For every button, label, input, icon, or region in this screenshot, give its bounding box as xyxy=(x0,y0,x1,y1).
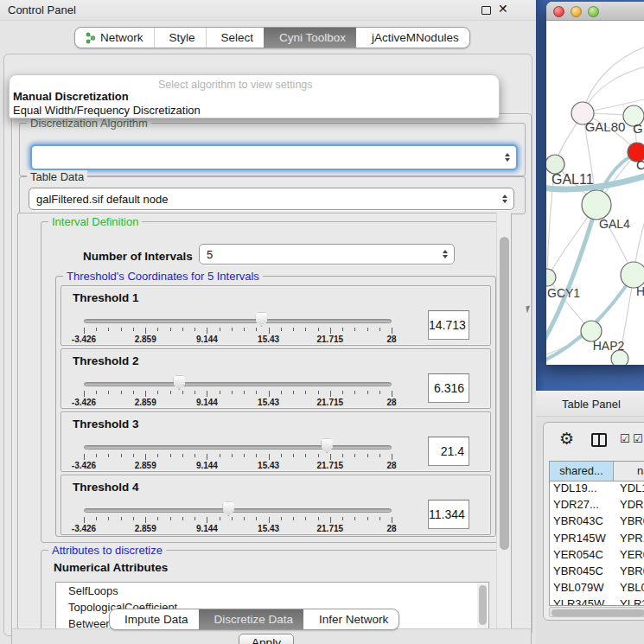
threshold-slider[interactable]: -3.4262.8599.14415.4321.71528 xyxy=(61,412,490,471)
node-table[interactable]: shared... name YDL19... YDL19... YDR27..… xyxy=(549,461,644,606)
tab-impute-data[interactable]: Impute Data xyxy=(110,609,199,629)
slider-track[interactable] xyxy=(84,445,392,450)
tab-infer-network[interactable]: Infer Network xyxy=(303,609,399,629)
checkbox-icon[interactable]: ☑ xyxy=(620,432,630,445)
table-row[interactable]: YBR043C YBR043C xyxy=(550,514,644,531)
gear-icon[interactable]: ⚙ xyxy=(559,429,574,449)
list-scrollbar[interactable] xyxy=(477,583,488,629)
network-node[interactable] xyxy=(546,155,564,174)
tick-mark xyxy=(293,517,294,520)
tick-mark xyxy=(269,328,270,334)
scrollbar-thumb[interactable] xyxy=(500,237,509,550)
slider-track[interactable] xyxy=(84,319,392,323)
tick-mark xyxy=(330,517,331,523)
window-close-button[interactable] xyxy=(553,6,564,17)
settings-scroll-area: Interval Definition Number of Intervals … xyxy=(17,213,512,629)
slider-thumb[interactable] xyxy=(173,375,186,390)
table-row[interactable]: YBR045C YBR045C xyxy=(550,564,644,581)
vertical-scrollbar[interactable] xyxy=(496,213,511,629)
thresholds-group: Threshold's Coordinates for 5 Intervals … xyxy=(55,276,496,537)
tab-cyni-toolbox[interactable]: Cyni Toolbox xyxy=(264,28,356,48)
tab-network[interactable]: Network xyxy=(75,28,154,48)
tick-mark xyxy=(220,391,220,394)
tab-style[interactable]: Style xyxy=(154,28,206,48)
network-canvas[interactable]: GAL80GCGAL11GAL4GCY1HHAP2 xyxy=(546,21,644,365)
table-data-group-title: Table Data xyxy=(27,170,87,183)
dropdown-item[interactable]: Equal Width/Frequency Discretization xyxy=(10,104,499,118)
network-node[interactable] xyxy=(582,190,611,220)
table-data-combobox[interactable]: galFiltered.sif default node xyxy=(29,188,514,210)
threshold-slider[interactable]: -3.4262.8599.14415.4321.71528 xyxy=(61,349,490,408)
table-row[interactable]: YBL079W YBL079W xyxy=(550,581,644,597)
table-row[interactable]: YDR27... YDR27... xyxy=(550,498,644,514)
tick-mark xyxy=(367,328,368,331)
threshold-slider[interactable]: -3.4262.8599.14415.4321.71528 xyxy=(61,286,490,345)
table-row[interactable]: YPR145W YPR145W xyxy=(550,532,644,548)
threshold-value-field[interactable]: 21.4 xyxy=(428,437,469,466)
tick-mark xyxy=(379,328,380,331)
tab-discretize-data[interactable]: Discretize Data xyxy=(199,609,304,629)
slider-thumb[interactable] xyxy=(222,501,235,516)
slider-thumb[interactable] xyxy=(255,312,268,327)
window-zoom-button[interactable] xyxy=(588,6,599,17)
table-row[interactable]: YER054C YER054C xyxy=(550,548,644,564)
tab-select[interactable]: Select xyxy=(206,28,265,48)
dropdown-item[interactable]: Manual Discretization xyxy=(10,90,499,104)
tick-mark xyxy=(256,328,257,331)
tick-mark xyxy=(182,391,183,394)
tick-mark xyxy=(182,454,183,457)
tick-mark xyxy=(157,328,158,331)
tick-mark xyxy=(392,454,392,460)
tick-label: 28 xyxy=(386,524,396,533)
slider-track[interactable] xyxy=(84,508,392,513)
tick-mark xyxy=(145,328,146,334)
network-node[interactable] xyxy=(546,269,556,286)
tick-mark xyxy=(305,328,306,331)
tick-mark xyxy=(133,517,134,520)
close-icon[interactable]: ✕ xyxy=(498,2,508,16)
tick-mark xyxy=(367,517,368,520)
slider-track[interactable] xyxy=(84,382,392,386)
tick-mark xyxy=(207,391,207,397)
table-row[interactable]: YLR345W YLR345W xyxy=(550,597,644,606)
checkbox-icon[interactable]: ☑ xyxy=(633,432,643,445)
right-pane: GAL80GCGAL11GAL4GCY1HHAP2 Table Panel ⚙ … xyxy=(536,0,644,644)
cell-shared-name: YBL079W xyxy=(550,581,614,597)
slider-thumb[interactable] xyxy=(321,438,334,453)
column-header-shared-name[interactable]: shared... xyxy=(550,462,614,481)
interval-definition-group: Interval Definition Number of Intervals … xyxy=(41,221,502,543)
node-label: G xyxy=(633,121,643,136)
tick-label: 15.43 xyxy=(258,461,279,470)
horizontal-scrollbar[interactable] xyxy=(549,607,644,617)
tick-mark xyxy=(392,391,392,397)
threshold-value-field[interactable]: 6.316 xyxy=(428,373,469,403)
float-window-icon[interactable] xyxy=(481,6,491,15)
column-header-name[interactable]: name xyxy=(614,462,644,481)
cell-shared-name: YER054C xyxy=(550,548,614,564)
tick-mark xyxy=(367,454,368,457)
top-tab-bar: Network Style Select Cyni Toolbox jActiv… xyxy=(74,27,470,48)
table-row[interactable]: YDL19... YDL19... xyxy=(550,481,644,498)
tick-mark xyxy=(157,391,158,394)
algorithm-combobox[interactable] xyxy=(30,144,518,170)
tick-mark xyxy=(232,391,233,394)
tick-mark xyxy=(121,391,122,394)
tick-mark xyxy=(342,517,343,520)
thresholds-list: Threshold 1 -3.4262.8599.14415.4321.7152… xyxy=(61,285,491,538)
tick-mark xyxy=(133,328,134,331)
tick-mark xyxy=(232,328,233,331)
interval-group-title: Interval Definition xyxy=(48,215,142,228)
scrollbar-thumb[interactable] xyxy=(552,609,644,616)
threshold-slider[interactable]: -3.4262.8599.14415.4321.71528 xyxy=(61,475,490,534)
apply-button[interactable]: Apply xyxy=(239,634,294,644)
tab-jactivemnodules[interactable]: jActiveMNodules xyxy=(356,28,469,48)
tick-label: 9.144 xyxy=(196,461,218,470)
threshold-value-field[interactable]: 11.344 xyxy=(428,500,469,529)
split-columns-icon[interactable] xyxy=(591,433,607,447)
window-minimize-button[interactable] xyxy=(571,6,582,17)
number-of-intervals-combobox[interactable]: 5 xyxy=(199,244,455,265)
tick-mark xyxy=(354,391,355,394)
attribute-item[interactable]: SelfLoops xyxy=(56,583,488,599)
tick-mark xyxy=(293,328,294,331)
threshold-value-field[interactable]: 14.713 xyxy=(428,310,469,340)
